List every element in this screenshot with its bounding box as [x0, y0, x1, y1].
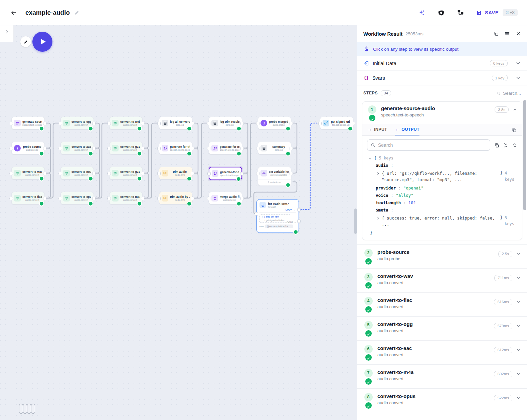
- workflow-node[interactable]: log-all-convers... core.log: [159, 117, 192, 129]
- node-input-handle[interactable]: [10, 172, 13, 175]
- collapse-all-icon[interactable]: [503, 143, 508, 148]
- over-expression[interactable]: {{set-variable-l9...: [265, 225, 293, 228]
- node-input-handle[interactable]: [207, 122, 210, 125]
- node-output-handle[interactable]: [43, 197, 46, 200]
- data-section-row[interactable]: {} $vars 1 key: [357, 71, 527, 85]
- node-input-handle[interactable]: [157, 172, 161, 175]
- node-output-handle[interactable]: [92, 122, 96, 125]
- node-done-handle[interactable]: [297, 220, 301, 223]
- panel-scrollbar[interactable]: [523, 100, 526, 210]
- expand-sidebar-button[interactable]: [5, 29, 9, 34]
- steps-search[interactable]: Search...: [496, 91, 521, 96]
- workflow-node[interactable]: generate-for-m... speech.text-to-speech: [209, 167, 242, 180]
- node-output-handle[interactable]: [92, 172, 96, 175]
- node-output-handle[interactable]: [141, 172, 144, 175]
- expand-all-icon[interactable]: [512, 143, 517, 148]
- workflow-node[interactable]: generate-for-trim speech.text-to-speech: [159, 142, 192, 154]
- caret-right-icon[interactable]: [376, 171, 380, 174]
- node-output-handle[interactable]: [141, 147, 144, 150]
- step-row[interactable]: 7 convert-to-m4a audio.convert 602ms: [357, 364, 527, 388]
- workflow-node[interactable]: i probe-merged audio.probe: [258, 117, 291, 129]
- copy-output-icon[interactable]: [512, 127, 517, 132]
- control-pill[interactable]: [19, 404, 23, 414]
- step-row[interactable]: 5 convert-to-ogg audio.convert 579ms: [357, 316, 527, 340]
- foreach-child-step[interactable]: › get-signed-url-b4au: [261, 219, 288, 222]
- workflow-node-for-each[interactable]: for-each-srm7 for-each LOOP → ↳ 1 step p…: [256, 199, 299, 233]
- workflow-node[interactable]: merge-audio-fil... audio.merge: [209, 192, 242, 204]
- copy-icon[interactable]: [494, 31, 499, 36]
- step-row[interactable]: 2 probe-source audio.probe 2.5s: [357, 244, 527, 268]
- workflow-node[interactable]: generate-sourc... speech.text-to-speech: [11, 117, 45, 129]
- workflow-node[interactable]: convert-to-flac audio.convert: [11, 192, 45, 204]
- node-output-handle[interactable]: [240, 147, 244, 150]
- node-output-handle[interactable]: [92, 197, 96, 200]
- workflow-tree-icon[interactable]: [457, 9, 464, 16]
- workflow-node[interactable]: get-signed-url-... file.get-signed-url: [320, 117, 353, 129]
- node-input-handle[interactable]: [108, 122, 111, 125]
- node-output-handle[interactable]: [240, 172, 243, 175]
- workflow-node[interactable]: ✂ trim-audio-by-... audio.trim: [159, 192, 192, 204]
- workflow-canvas[interactable]: generate-sourc... speech.text-to-speech …: [0, 25, 357, 420]
- expand-step-chevron[interactable]: [516, 300, 521, 304]
- workflow-node[interactable]: convert-to-aac audio.convert: [60, 142, 94, 154]
- output-search-input[interactable]: [378, 142, 487, 148]
- json-collapsed-object[interactable]: { url: "gs://qkflo-workf..., filename: "…: [376, 170, 517, 183]
- node-output-handle[interactable]: [43, 147, 46, 150]
- workflow-node[interactable]: <> set-variable-l96k core.set-variable 1…: [258, 167, 291, 186]
- caret-right-icon[interactable]: [376, 216, 380, 219]
- node-output-handle[interactable]: [141, 122, 144, 125]
- control-pill[interactable]: [23, 404, 27, 414]
- node-output-handle[interactable]: [290, 147, 293, 150]
- canvas-scrollbar[interactable]: [354, 208, 357, 234]
- node-output-handle[interactable]: [141, 197, 144, 200]
- node-input-handle[interactable]: [108, 172, 111, 175]
- node-output-handle[interactable]: [191, 172, 194, 175]
- node-output-handle[interactable]: [290, 172, 293, 175]
- workflow-node[interactable]: convert-to-ogg audio.convert: [60, 117, 94, 129]
- node-output-handle[interactable]: [352, 122, 355, 125]
- step-row[interactable]: 4 convert-to-flac audio.convert 616ms: [357, 292, 527, 316]
- node-input-handle[interactable]: [255, 212, 258, 216]
- step-row[interactable]: 8 convert-to-opus audio.convert 522ms: [357, 388, 527, 412]
- step-row[interactable]: 6 convert-to-aac audio.convert 612ms: [357, 340, 527, 364]
- step-header[interactable]: 1 generate-source-audio speech.text-to-s…: [362, 102, 522, 124]
- output-search-box[interactable]: [367, 139, 490, 151]
- node-output-handle[interactable]: [43, 172, 46, 175]
- expand-step-chevron[interactable]: [516, 396, 521, 400]
- workflow-node[interactable]: convert-to-webm audio.convert: [109, 117, 143, 129]
- node-output-handle[interactable]: [191, 147, 194, 150]
- node-input-handle[interactable]: [157, 147, 161, 150]
- node-input-handle[interactable]: [59, 197, 62, 200]
- json-output-tree[interactable]: { 5 keys audio : { url: "gs://qkflo-work…: [362, 153, 522, 240]
- workflow-node[interactable]: i probe-source audio.probe: [11, 142, 45, 154]
- tab-output[interactable]: ←OUTPUT: [395, 124, 419, 135]
- node-output-handle[interactable]: [290, 122, 293, 125]
- node-output-handle[interactable]: [191, 197, 194, 200]
- node-input-handle[interactable]: [207, 172, 211, 175]
- node-input-handle[interactable]: [256, 172, 259, 175]
- sparkles-icon[interactable]: [418, 9, 425, 16]
- node-output-handle[interactable]: [43, 122, 46, 125]
- node-input-handle[interactable]: [10, 122, 13, 125]
- data-section-row[interactable]: Initial Data 0 keys: [357, 56, 527, 71]
- node-input-handle[interactable]: [108, 147, 111, 150]
- node-input-handle[interactable]: [59, 172, 62, 175]
- workflow-node[interactable]: ✂ trim-audio audio.trim: [159, 167, 192, 179]
- step-row[interactable]: 3 convert-to-wav audio.convert 711ms: [357, 268, 527, 292]
- node-input-handle[interactable]: [59, 122, 62, 125]
- json-root-row[interactable]: { 5 keys: [368, 155, 517, 160]
- gear-icon[interactable]: [437, 9, 445, 16]
- expand-step-chevron[interactable]: [516, 276, 521, 280]
- node-input-handle[interactable]: [157, 197, 161, 200]
- node-output-handle[interactable]: [191, 122, 194, 125]
- control-pill[interactable]: [31, 404, 35, 414]
- node-input-handle[interactable]: [10, 147, 13, 150]
- close-icon[interactable]: [516, 31, 521, 36]
- expand-step-chevron[interactable]: [516, 348, 521, 352]
- collapse-step-chevron[interactable]: [513, 107, 517, 112]
- workflow-node[interactable]: convert-to-g711... audio.convert: [109, 142, 143, 154]
- node-input-handle[interactable]: [157, 122, 161, 125]
- node-input-handle[interactable]: [256, 147, 259, 150]
- node-output-handle[interactable]: [240, 197, 244, 200]
- node-loop-handle[interactable]: [297, 208, 301, 212]
